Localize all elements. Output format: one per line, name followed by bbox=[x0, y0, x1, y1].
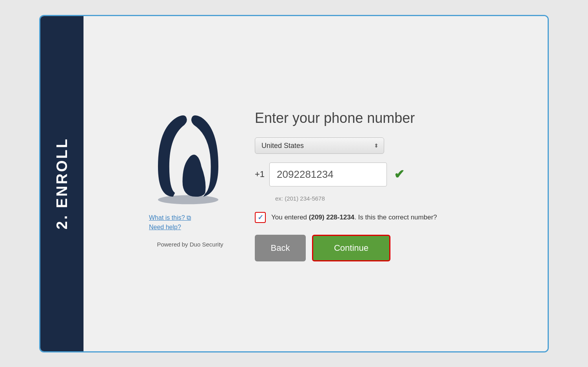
country-select-wrapper[interactable]: United States Canada United Kingdom Aust… bbox=[255, 137, 384, 154]
country-select[interactable]: United States Canada United Kingdom Aust… bbox=[255, 137, 384, 154]
svg-point-0 bbox=[158, 195, 218, 204]
back-button[interactable]: Back bbox=[255, 235, 306, 261]
left-links: What is this? ⧉ Need help? bbox=[145, 214, 191, 231]
logo-container bbox=[149, 106, 227, 208]
main-content: What is this? ⧉ Need help? Powered by Du… bbox=[83, 16, 548, 351]
powered-by-text: Powered by Duo Security bbox=[153, 241, 223, 248]
card: What is this? ⧉ Need help? Powered by Du… bbox=[129, 90, 502, 277]
phone-row: +1 ✔ bbox=[255, 163, 486, 186]
phone-input[interactable] bbox=[269, 163, 387, 186]
valid-check-icon: ✔ bbox=[394, 167, 405, 182]
need-help-link[interactable]: Need help? bbox=[149, 224, 191, 231]
confirmation-prefix: You entered bbox=[271, 214, 309, 221]
what-is-this-link[interactable]: What is this? ⧉ bbox=[149, 214, 191, 221]
page-title: Enter your phone number bbox=[255, 110, 486, 126]
right-panel: Enter your phone number United States Ca… bbox=[255, 106, 486, 261]
confirmation-phone: (209) 228-1234 bbox=[309, 214, 354, 221]
continue-button[interactable]: Continue bbox=[312, 235, 390, 261]
sidebar-label: 2. ENROLL bbox=[54, 137, 71, 229]
duo-logo bbox=[153, 106, 223, 208]
confirmation-suffix: . Is this the correct number? bbox=[354, 214, 437, 221]
sidebar: 2. ENROLL bbox=[40, 16, 83, 351]
example-text: ex: (201) 234-5678 bbox=[275, 195, 486, 202]
confirmation-text: You entered (209) 228-1234. Is this the … bbox=[271, 214, 437, 221]
checkbox-check-icon: ✓ bbox=[258, 213, 263, 222]
buttons-row: Back Continue bbox=[255, 235, 486, 261]
country-code: +1 bbox=[255, 169, 265, 179]
outer-wrapper: 2. ENROLL bbox=[39, 15, 549, 352]
confirmation-row: ✓ You entered (209) 228-1234. Is this th… bbox=[255, 212, 486, 223]
confirmation-checkbox[interactable]: ✓ bbox=[255, 212, 266, 223]
left-panel: What is this? ⧉ Need help? Powered by Du… bbox=[145, 106, 231, 248]
